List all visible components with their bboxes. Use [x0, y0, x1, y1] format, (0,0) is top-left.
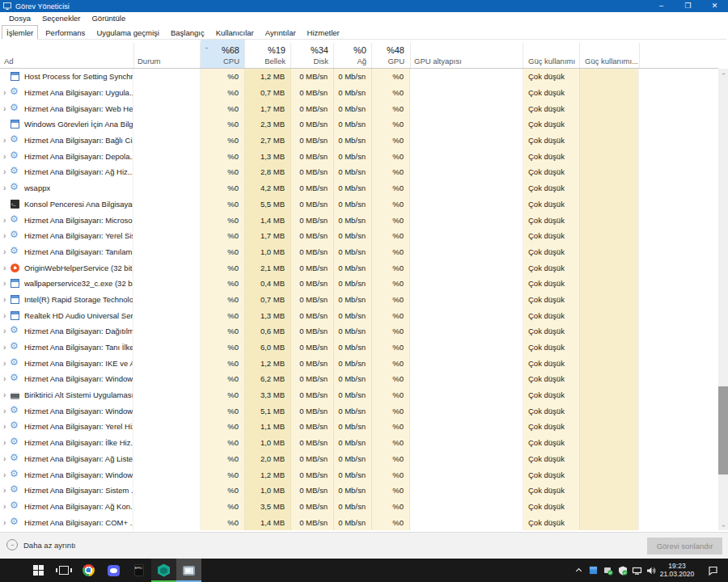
power-trend-cell [580, 403, 639, 419]
tab-processes[interactable]: İşlemler [2, 25, 38, 40]
expand-chevron-icon[interactable]: › [0, 264, 11, 272]
tab-app-history[interactable]: Uygulama geçmişi [92, 26, 163, 39]
process-row[interactable]: › Hizmet Ana Bilgisayarı: Window... %0 5… [0, 403, 718, 419]
process-row[interactable]: › Hizmet Ana Bilgisayarı: Tanı İlke... %… [0, 340, 718, 356]
process-row[interactable]: › Intel(R) Rapid Storage Technolo... %0 … [0, 292, 718, 308]
process-row[interactable]: › Hizmet Ana Bilgisayarı: Depola... %0 1… [0, 148, 718, 164]
process-row[interactable]: › Hizmet Ana Bilgisayarı: Uygula... %0 0… [0, 85, 718, 101]
epic-games-taskbar-button[interactable]: EPIC [126, 559, 151, 582]
process-name: Hizmet Ana Bilgisayarı: Yerel Hiz... [24, 422, 133, 431]
menu-item-view[interactable]: Görüntüle [86, 14, 131, 23]
process-row[interactable]: Host Process for Setting Synchr... %0 1,… [0, 69, 718, 85]
close-button[interactable]: ✕ [701, 0, 728, 12]
expand-chevron-icon[interactable]: › [0, 279, 11, 288]
process-row[interactable]: Windows Görevleri İçin Ana Bilg... %0 2,… [0, 116, 718, 133]
process-row[interactable]: › wsappx %0 4,2 MB 0 MB/sn 0 Mb/sn %0 Ço… [0, 180, 718, 196]
disk-cell: 0 MB/sn [291, 228, 334, 244]
tab-details[interactable]: Ayrıntılar [261, 26, 300, 39]
epic-games-icon: EPIC [134, 564, 144, 576]
kaspersky-icon [158, 564, 170, 577]
process-row[interactable]: › Hizmet Ana Bilgisayarı: Ağ Kon... %0 3… [0, 499, 718, 515]
column-header-cpu[interactable]: › %68 CPU [201, 40, 245, 68]
tab-performance[interactable]: Performans [41, 26, 89, 39]
task-manager-taskbar-button[interactable] [176, 559, 201, 582]
gear-icon [11, 518, 19, 527]
power-trend-cell [580, 180, 639, 196]
disk-cell: 0 MB/sn [291, 483, 334, 499]
process-row[interactable]: › Hizmet Ana Bilgisayarı: Microso... %0 … [0, 212, 718, 228]
process-row[interactable]: › Hizmet Ana Bilgisayarı: Ağ Hiz... %0 2… [0, 164, 718, 180]
column-header-name[interactable]: Ad [4, 57, 14, 65]
defender-shield-tray-icon[interactable] [617, 565, 628, 576]
action-center-button[interactable] [704, 559, 722, 582]
process-row[interactable]: › Hizmet Ana Bilgisayarı: Dağıtılm... %0… [0, 323, 718, 340]
blue-app-tray-icon[interactable] [588, 565, 599, 576]
column-header-disk[interactable]: %34 Disk [291, 40, 334, 68]
process-row[interactable]: › Hizmet Ana Bilgisayarı: Yerel Hiz... %… [0, 419, 718, 435]
column-header-gpu[interactable]: %48 GPU [372, 40, 410, 68]
volume-tray-icon[interactable] [646, 565, 657, 576]
process-row[interactable]: › Biriktirici Alt Sistemi Uygulaması %0 … [0, 387, 718, 403]
disk-cell: 0 MB/sn [291, 133, 334, 149]
process-row[interactable]: › wallpaperservice32_c.exe (32 bit) %0 0… [0, 276, 718, 292]
discord-taskbar-button[interactable] [101, 559, 126, 582]
tab-startup[interactable]: Başlangıç [167, 26, 209, 39]
gpu-cell: %0 [372, 371, 410, 387]
tray-expand-icon[interactable] [574, 565, 584, 576]
process-row[interactable]: › Hizmet Ana Bilgisayarı: Window... %0 1… [0, 466, 718, 483]
disk-cell: 0 MB/sn [291, 419, 334, 435]
process-row[interactable]: › Hizmet Ana Bilgisayarı: Yerel Sis... %… [0, 228, 718, 244]
task-view-button[interactable] [51, 559, 76, 582]
gpu-cell: %0 [372, 340, 410, 356]
column-header-gpu-engine[interactable]: GPU altyapısı [414, 57, 462, 65]
process-row[interactable]: › Hizmet Ana Bilgisayarı: Web He... %0 1… [0, 100, 718, 116]
tab-users[interactable]: Kullanıcılar [212, 26, 258, 39]
column-header-network[interactable]: %0 Ağ [334, 40, 372, 68]
process-row[interactable]: › Hizmet Ana Bilgisayarı: Window... %0 6… [0, 371, 718, 387]
process-row[interactable]: › OriginWebHelperService (32 bit) %0 2,1… [0, 259, 718, 276]
process-name-cell: › Hizmet Ana Bilgisayarı: İlke Hiz... [0, 435, 133, 451]
taskbar-clock[interactable]: 19:23 21.03.2020 [658, 559, 696, 582]
tab-services[interactable]: Hizmetler [303, 26, 344, 39]
menu-item-options[interactable]: Seçenekler [36, 14, 87, 23]
fewer-details-toggle[interactable]: › Daha az ayrıntı [6, 539, 75, 550]
scroll-down-button[interactable]: › [718, 521, 728, 530]
process-row[interactable]: › Hizmet Ana Bilgisayarı: Sistem ... %0 … [0, 483, 718, 499]
column-header-power[interactable]: Güç kullanımı [528, 57, 575, 65]
minimize-button[interactable]: – [648, 0, 675, 12]
sync-check-tray-icon[interactable] [603, 565, 613, 576]
scroll-up-button[interactable]: › [718, 69, 728, 78]
vertical-scrollbar[interactable]: › › [718, 69, 728, 530]
restore-button[interactable]: ❐ [675, 0, 701, 12]
scrollbar-thumb[interactable] [718, 386, 728, 474]
process-row[interactable]: › Realtek HD Audio Universal Serv... %0 … [0, 307, 718, 323]
power-usage-cell: Çok düşük [523, 212, 580, 228]
column-header-status[interactable]: Durum [138, 57, 161, 65]
gpu-engine-cell [410, 307, 523, 323]
power-trend-cell [580, 116, 639, 133]
process-row[interactable]: › Hizmet Ana Bilgisayarı: Bağlı Ci... %0… [0, 133, 718, 149]
process-row[interactable]: Konsol Penceresi Ana Bilgisayarı %0 5,5 … [0, 196, 718, 213]
status-cell [133, 483, 201, 499]
power-usage-cell: Çok düşük [523, 514, 580, 530]
process-row[interactable]: › Hizmet Ana Bilgisayarı: Tanılam... %0 … [0, 244, 718, 260]
cpu-cell: %0 [201, 371, 245, 387]
process-name-cell: › Hizmet Ana Bilgisayarı: Microso... [0, 212, 133, 228]
process-row[interactable]: › Hizmet Ana Bilgisayarı: IKE ve A... %0… [0, 355, 718, 371]
network-tray-icon[interactable] [632, 565, 642, 576]
start-button[interactable] [26, 559, 51, 582]
expand-chevron-icon[interactable]: › [0, 390, 11, 399]
power-trend-cell [580, 228, 639, 244]
process-row[interactable]: › Hizmet Ana Bilgisayarı: İlke Hiz... %0… [0, 435, 718, 451]
column-header-power-trend[interactable]: Güç kullanımı... [585, 57, 638, 65]
process-row[interactable]: › Hizmet Ana Bilgisayarı: COM+ ... %0 1,… [0, 514, 718, 530]
menu-item-file[interactable]: Dosya [3, 14, 36, 23]
cpu-cell: %0 [201, 148, 245, 164]
expand-chevron-icon[interactable]: › [0, 295, 11, 304]
column-header-memory[interactable]: %19 Bellek [245, 40, 291, 68]
end-task-button[interactable]: Görevi sonlandır [647, 538, 722, 555]
process-row[interactable]: › Hizmet Ana Bilgisayarı: Ağ Liste... %0… [0, 451, 718, 467]
kaspersky-taskbar-button[interactable] [151, 559, 176, 582]
expand-chevron-icon[interactable]: › [0, 311, 11, 320]
chrome-taskbar-button[interactable] [76, 559, 101, 582]
